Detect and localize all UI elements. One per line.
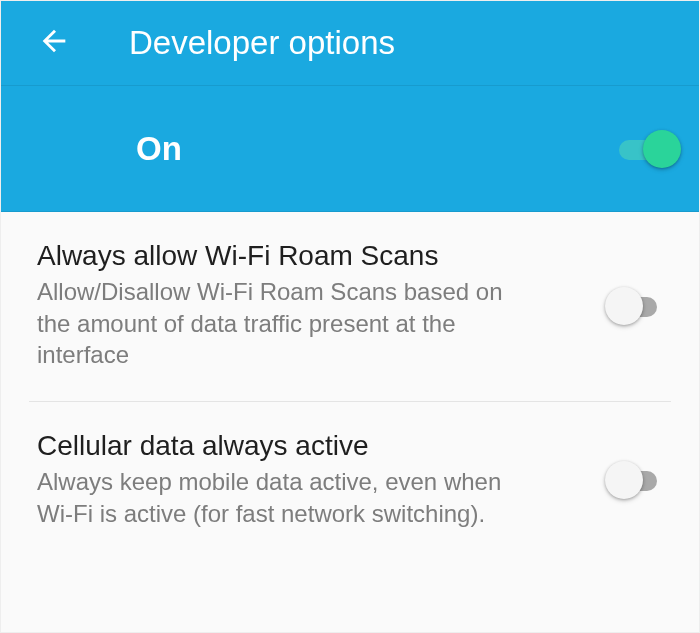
setting-text: Cellular data always active Always keep …	[37, 430, 609, 529]
master-toggle-label: On	[136, 130, 619, 168]
app-bar: Developer options	[1, 1, 699, 86]
back-button[interactable]	[33, 22, 75, 64]
master-toggle-row[interactable]: On	[1, 86, 699, 212]
setting-title: Always allow Wi-Fi Roam Scans	[37, 240, 585, 272]
setting-title: Cellular data always active	[37, 430, 585, 462]
setting-description: Allow/Disallow Wi-Fi Roam Scans based on…	[37, 276, 507, 371]
arrow-back-icon	[37, 24, 71, 62]
setting-text: Always allow Wi-Fi Roam Scans Allow/Disa…	[37, 240, 609, 371]
setting-wifi-roam-scans[interactable]: Always allow Wi-Fi Roam Scans Allow/Disa…	[29, 212, 671, 402]
settings-list: Always allow Wi-Fi Roam Scans Allow/Disa…	[1, 212, 699, 559]
toggle-thumb	[605, 461, 643, 499]
setting-cellular-always-active[interactable]: Cellular data always active Always keep …	[29, 402, 671, 559]
setting-description: Always keep mobile data active, even whe…	[37, 466, 507, 529]
toggle-thumb	[605, 287, 643, 325]
page-title: Developer options	[129, 24, 395, 62]
setting-toggle-switch[interactable]	[609, 285, 665, 327]
setting-toggle-switch[interactable]	[609, 459, 665, 501]
master-toggle-switch[interactable]	[619, 128, 675, 170]
toggle-thumb	[643, 130, 681, 168]
